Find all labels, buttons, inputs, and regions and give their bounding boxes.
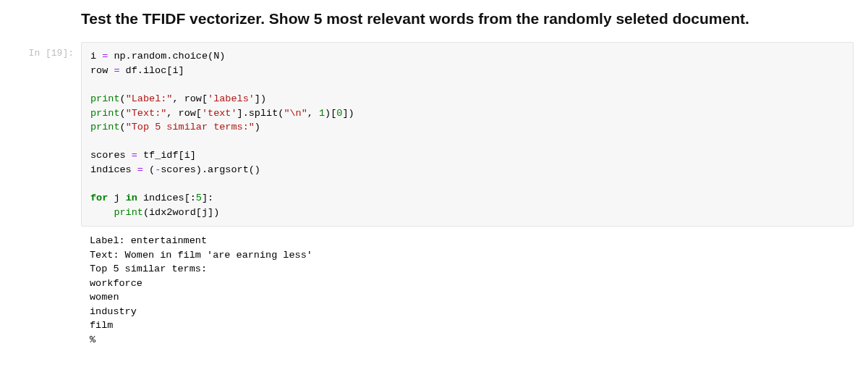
str-labels-key: 'labels' — [208, 93, 255, 104]
num-0: 0 — [336, 108, 342, 119]
markdown-content: Test the TFIDF vectorizer. Show 5 most r… — [81, 6, 854, 42]
kw-for: for — [90, 193, 108, 203]
op-minus: - — [155, 164, 161, 175]
num-5: 5 — [196, 193, 202, 203]
str-top5: "Top 5 similar terms:" — [126, 122, 255, 132]
str-newline: "\n" — [284, 108, 307, 119]
print-fn: print — [90, 93, 120, 104]
print-fn: print — [114, 207, 143, 218]
output-cell: Label: entertainment Text: Women in film… — [81, 227, 854, 347]
markdown-title: Test the TFIDF vectorizer. Show 5 most r… — [81, 6, 854, 42]
num-1: 1 — [319, 108, 325, 119]
str-label: "Label:" — [126, 93, 173, 104]
op-eq: = — [114, 65, 119, 76]
op-eq: = — [102, 51, 108, 62]
code-cell[interactable]: i = np.random.choice(N) row = df.iloc[i]… — [81, 42, 854, 227]
input-prompt: In [19]: — [0, 42, 81, 59]
code-content: i = np.random.choice(N) row = df.iloc[i]… — [81, 42, 854, 347]
markdown-prompt — [0, 6, 81, 12]
kw-in: in — [126, 193, 137, 203]
print-fn: print — [90, 122, 120, 132]
str-text-key: 'text' — [202, 108, 237, 119]
markdown-row: Test the TFIDF vectorizer. Show 5 most r… — [0, 6, 868, 42]
str-text: "Text:" — [126, 108, 167, 119]
print-fn: print — [90, 108, 120, 119]
code-row: In [19]: i = np.random.choice(N) row = d… — [0, 42, 868, 347]
op-eq: = — [132, 150, 137, 161]
op-eq: = — [137, 164, 143, 175]
